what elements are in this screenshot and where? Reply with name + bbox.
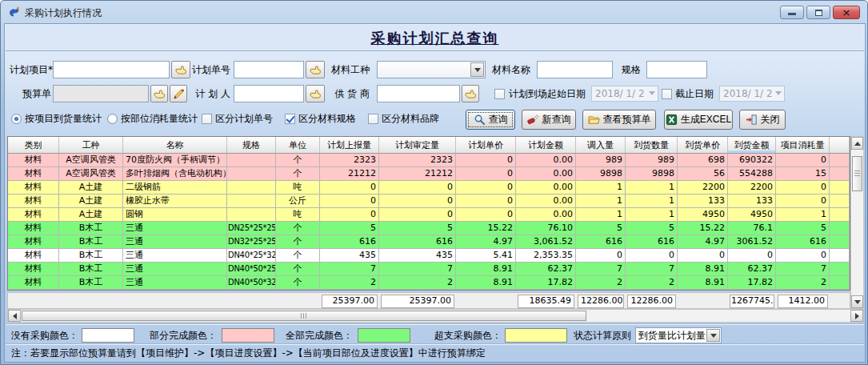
table-cell[interactable]: 15.22: [456, 222, 516, 235]
table-cell[interactable]: 1: [626, 181, 678, 194]
table-cell[interactable]: 三通: [123, 276, 227, 289]
end-date-checkbox[interactable]: [662, 89, 672, 99]
table-cell[interactable]: 21212: [320, 167, 379, 180]
table-cell[interactable]: 0.00: [516, 208, 576, 221]
distinguish-plan-no-checkbox[interactable]: [202, 114, 212, 124]
table-cell[interactable]: 材料: [8, 276, 59, 289]
planner-picker-button[interactable]: [306, 85, 325, 102]
table-cell[interactable]: 0: [776, 249, 830, 262]
table-cell[interactable]: 个: [276, 263, 320, 275]
table-cell[interactable]: 76.1: [728, 222, 776, 235]
table-cell[interactable]: 个: [276, 249, 320, 262]
table-cell[interactable]: 17.82: [516, 276, 576, 289]
horizontal-scrollbar[interactable]: [7, 309, 864, 323]
table-cell[interactable]: 8.91: [678, 276, 728, 289]
table-cell[interactable]: 个: [276, 154, 320, 166]
table-cell[interactable]: 8.91: [456, 276, 516, 289]
table-cell[interactable]: 9898: [576, 167, 626, 180]
table-cell[interactable]: 0: [379, 195, 456, 207]
table-cell[interactable]: 616: [379, 235, 456, 248]
table-cell[interactable]: 1: [576, 208, 626, 221]
table-cell[interactable]: 0: [776, 181, 830, 194]
distinguish-brand-checkbox[interactable]: [368, 114, 378, 124]
table-cell[interactable]: 橡胶止水带: [123, 195, 227, 207]
table-cell[interactable]: 554288: [728, 167, 776, 180]
table-cell[interactable]: 材料: [8, 263, 59, 275]
budget-picker-button[interactable]: [150, 85, 168, 102]
column-header-12[interactable]: 到货单价: [678, 137, 728, 153]
table-cell[interactable]: 0: [456, 181, 516, 194]
table-cell[interactable]: 5: [776, 222, 830, 235]
table-cell[interactable]: 17.82: [728, 276, 776, 289]
table-cell[interactable]: [830, 249, 850, 262]
minimize-button[interactable]: [780, 6, 804, 19]
table-cell[interactable]: 0: [678, 249, 728, 262]
table-cell[interactable]: 2: [320, 276, 379, 289]
close-form-button[interactable]: 关闭: [739, 110, 786, 130]
material-name-input[interactable]: [537, 61, 613, 78]
column-header-10[interactable]: 调入量: [576, 137, 626, 153]
column-header-8[interactable]: 计划单价: [456, 137, 516, 153]
column-header-3[interactable]: 名称: [123, 137, 227, 153]
table-cell[interactable]: [830, 154, 850, 166]
table-cell[interactable]: 2: [626, 276, 678, 289]
table-cell[interactable]: B木工: [59, 276, 123, 289]
table-cell[interactable]: 698: [678, 154, 728, 166]
table-cell[interactable]: 0.00: [516, 167, 576, 180]
table-cell[interactable]: 7: [379, 263, 456, 275]
table-cell[interactable]: DN40*50*32: [227, 276, 276, 289]
table-cell[interactable]: 7: [626, 263, 678, 275]
table-cell[interactable]: 0: [379, 181, 456, 194]
close-button[interactable]: ×: [833, 6, 860, 19]
table-cell[interactable]: 989: [626, 154, 678, 166]
table-cell[interactable]: [830, 167, 850, 180]
table-cell[interactable]: 7: [576, 263, 626, 275]
table-cell[interactable]: DN32*25*25: [227, 235, 276, 248]
table-cell[interactable]: A土建: [59, 208, 123, 221]
table-cell[interactable]: 个: [276, 276, 320, 289]
table-cell[interactable]: 0.00: [516, 195, 576, 207]
scroll-left-button[interactable]: [8, 310, 21, 322]
table-cell[interactable]: [227, 181, 276, 194]
distinguish-spec-checkbox[interactable]: [285, 114, 295, 124]
table-cell[interactable]: 0: [626, 249, 678, 262]
table-cell[interactable]: 三通: [123, 235, 227, 248]
table-cell[interactable]: 二级钢筋: [123, 181, 227, 194]
table-cell[interactable]: 8.91: [456, 263, 516, 275]
table-cell[interactable]: 616: [626, 235, 678, 248]
column-header-1[interactable]: 类别: [8, 137, 59, 153]
arrival-start-datepicker[interactable]: 2018/ 1/ 2: [591, 86, 658, 102]
column-header-13[interactable]: 到货金额: [728, 137, 776, 153]
table-cell[interactable]: 5: [320, 222, 379, 235]
generate-excel-button[interactable]: 生成EXCEL: [664, 110, 733, 130]
table-cell[interactable]: [830, 195, 850, 207]
radio-by-project-arrival[interactable]: [11, 114, 22, 124]
table-cell[interactable]: A空调风管类: [59, 154, 123, 166]
table-cell[interactable]: 56: [678, 167, 728, 180]
table-cell[interactable]: 个: [276, 167, 320, 180]
table-cell[interactable]: [227, 154, 276, 166]
table-cell[interactable]: 2: [776, 276, 830, 289]
table-cell[interactable]: 76.10: [516, 222, 576, 235]
table-cell[interactable]: 3,061.52: [516, 235, 576, 248]
table-cell[interactable]: [830, 222, 850, 235]
dropdown-arrow-icon[interactable]: [706, 329, 720, 342]
table-cell[interactable]: 0.00: [516, 181, 576, 194]
query-button[interactable]: 查询: [466, 110, 515, 130]
column-header-11[interactable]: 到货数量: [626, 137, 678, 153]
table-cell[interactable]: 2323: [320, 154, 379, 166]
table-cell[interactable]: 0: [728, 249, 776, 262]
material-type-select[interactable]: [377, 61, 486, 78]
table-cell[interactable]: DN40*50*25: [227, 263, 276, 275]
column-header-6[interactable]: 计划上报量: [320, 137, 379, 153]
table-cell[interactable]: 0: [320, 181, 379, 194]
table-cell[interactable]: 2323: [379, 154, 456, 166]
end-date-datepicker[interactable]: 2018/ 1/ 2: [719, 86, 785, 102]
column-header-5[interactable]: 单位: [276, 137, 320, 153]
table-cell[interactable]: 个: [276, 235, 320, 248]
table-cell[interactable]: 15: [776, 167, 830, 180]
table-cell[interactable]: A土建: [59, 195, 123, 207]
column-header-7[interactable]: 计划审定量: [379, 137, 456, 153]
table-cell[interactable]: 0: [320, 195, 379, 207]
supplier-picker-button[interactable]: [462, 85, 479, 102]
